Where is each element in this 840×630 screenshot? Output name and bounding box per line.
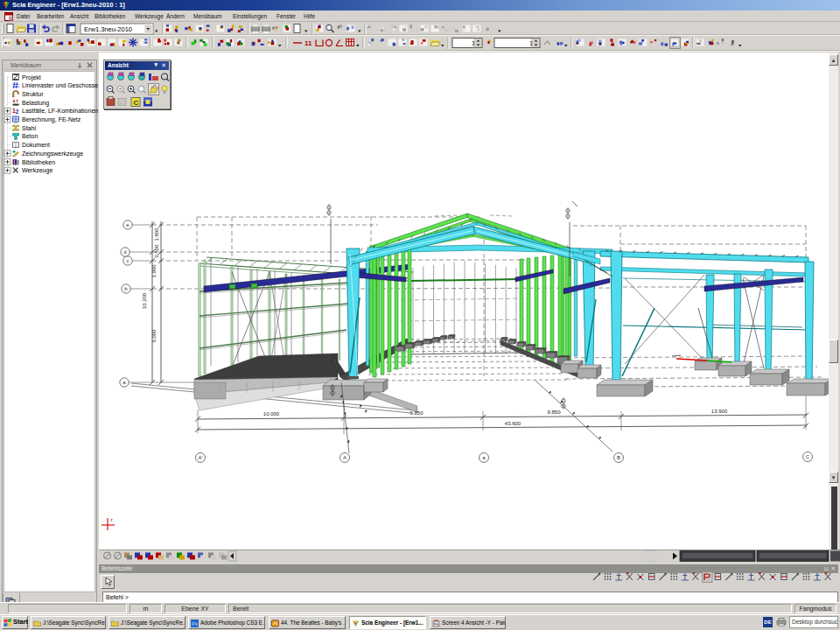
- svg-text:Ps: Ps: [192, 621, 198, 626]
- svg-text:d: d: [123, 249, 126, 255]
- svg-text:10.000: 10.000: [263, 411, 280, 416]
- svg-text:0.500: 0.500: [154, 244, 159, 258]
- svg-text:z: z: [110, 517, 113, 522]
- svg-text:43.600: 43.600: [505, 421, 522, 426]
- svg-text:C: C: [806, 454, 810, 459]
- svg-text:A: A: [343, 455, 346, 460]
- svg-text:6.000: 6.000: [151, 329, 157, 343]
- svg-text:13.900: 13.900: [711, 409, 728, 414]
- svg-text:c: c: [127, 258, 130, 263]
- svg-text:10.200: 10.200: [142, 292, 147, 309]
- svg-text:A': A': [198, 455, 202, 460]
- svg-text:C: C: [134, 99, 139, 107]
- svg-text:1.800: 1.800: [154, 228, 159, 242]
- svg-text:1.900: 1.900: [151, 264, 157, 278]
- svg-text:9.850: 9.850: [410, 410, 424, 416]
- svg-text:9.850: 9.850: [547, 410, 561, 415]
- svg-text:B: B: [617, 455, 620, 460]
